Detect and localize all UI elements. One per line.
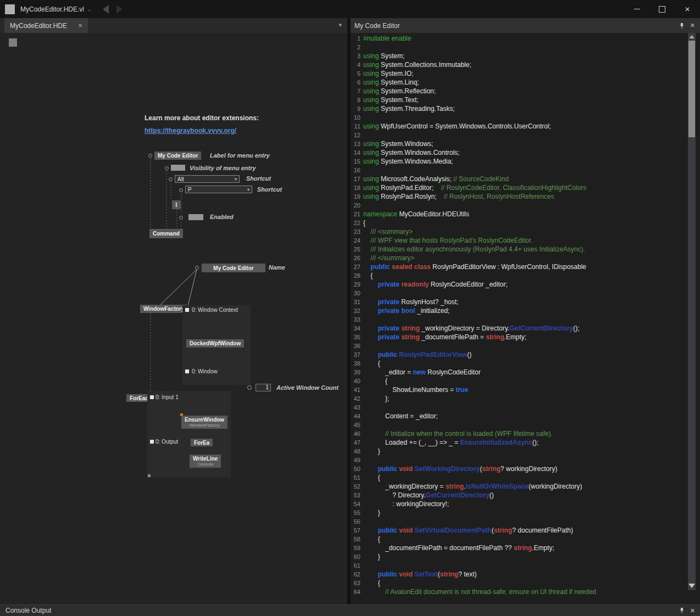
code-line[interactable]: 50 public void SetWorkingDirectory(strin… — [351, 464, 687, 473]
code-lines[interactable]: 1#nullable enable23using System;4using S… — [351, 34, 687, 596]
code-line[interactable]: 45 — [351, 421, 687, 429]
code-line[interactable]: 16 — [351, 166, 687, 175]
pin-icon[interactable] — [679, 23, 685, 29]
code-line[interactable]: 60 } — [351, 552, 687, 561]
code-line[interactable]: 43 — [351, 403, 687, 412]
iobox-visibility[interactable] — [171, 165, 185, 171]
code-line[interactable]: 52 _workingDirectory = string.IsNullOrWh… — [351, 482, 687, 491]
code-line[interactable]: 12 — [351, 131, 687, 139]
code-line[interactable]: 10 — [351, 113, 687, 122]
node-my-code-editor-menu[interactable]: My Code Editor — [154, 152, 201, 160]
help-link[interactable]: https://thegraybook.vvvv.org/ — [145, 127, 236, 135]
node-docked-wpf-window[interactable]: DockedWpfWindow — [186, 339, 244, 348]
code-line[interactable]: 46 // Initialize when the control is loa… — [351, 429, 687, 438]
pin[interactable] — [165, 166, 169, 170]
code-line[interactable]: 4using System.Collections.Immutable; — [351, 60, 687, 69]
code-line[interactable]: 42 }; — [351, 394, 687, 403]
code-editor-body[interactable]: 1#nullable enable23using System;4using S… — [351, 33, 700, 604]
code-line[interactable]: 53 ? Directory.GetCurrentDirectory() — [351, 491, 687, 500]
node-window-factory[interactable]: WindowFactory — [140, 305, 187, 313]
code-line[interactable]: 44 Content = _editor; — [351, 412, 687, 421]
title-dropdown-icon[interactable]: ⌄ — [87, 7, 92, 12]
tab-list-dropdown-icon[interactable]: ▾ — [338, 21, 342, 29]
tab-mycodeeditor[interactable]: MyCodeEditor.HDE ✕ — [4, 18, 88, 33]
code-line[interactable]: 55 } — [351, 508, 687, 517]
code-line[interactable]: 30 — [351, 289, 687, 298]
region-bottom-pin[interactable] — [148, 474, 151, 477]
code-line[interactable]: 57 public void SetVirtualDocumentPath(st… — [351, 526, 687, 535]
pin[interactable] — [179, 188, 183, 192]
code-line[interactable]: 36 — [351, 341, 687, 350]
console-output-bar[interactable]: Console Output ✕ — [0, 604, 700, 616]
code-line[interactable]: 33 — [351, 315, 687, 324]
code-line[interactable]: 56 — [351, 517, 687, 526]
code-line[interactable]: 6using System.Linq; — [351, 78, 687, 87]
code-line[interactable]: 8using System.Text; — [351, 96, 687, 104]
code-line[interactable]: 24 /// WPF view that hosts RoslynPad's R… — [351, 236, 687, 245]
code-line[interactable]: 13using System.Windows; — [351, 139, 687, 148]
code-line[interactable]: 54 : workingDirectory!; — [351, 500, 687, 508]
patch-canvas[interactable]: Learn more about editor extensions: http… — [0, 33, 347, 604]
code-line[interactable]: 27 public sealed class RoslynPadEditorVi… — [351, 262, 687, 271]
code-line[interactable]: 5using System.IO; — [351, 69, 687, 78]
close-button[interactable]: ✕ — [675, 0, 700, 18]
region-input-pin[interactable] — [185, 308, 189, 312]
code-line[interactable]: 41 ShowLineNumbers = true — [351, 385, 687, 394]
region-window-context[interactable]: 0: Window Context DockedWpfWindow 0: Win… — [182, 305, 251, 385]
pin[interactable] — [247, 385, 252, 390]
minimize-button[interactable] — [624, 0, 649, 18]
dropdown-p[interactable]: P ▾ — [185, 186, 252, 193]
code-line[interactable]: 61 — [351, 561, 687, 570]
patch-icon[interactable] — [9, 38, 17, 47]
pin[interactable] — [148, 154, 152, 158]
code-line[interactable]: 26 /// </summary> — [351, 254, 687, 262]
code-line[interactable]: 59 _documentFilePath = documentFilePath … — [351, 544, 687, 552]
region-foreach[interactable]: 0: Input 1 EnsureWindow WindowFactory 0:… — [147, 391, 231, 478]
code-line[interactable]: 34 private string _workingDirectory = Di… — [351, 324, 687, 333]
scroll-down-icon[interactable] — [688, 584, 695, 588]
panel-close-icon[interactable]: ✕ — [690, 23, 695, 29]
back-icon[interactable] — [103, 5, 109, 14]
code-line[interactable]: 64 // AvalonEdit document is not thread-… — [351, 587, 687, 596]
code-line[interactable]: 29 private readonly RoslynCodeEditor _ed… — [351, 280, 687, 289]
pin[interactable] — [195, 266, 199, 270]
tab-close-icon[interactable]: ✕ — [78, 23, 82, 29]
code-line[interactable]: 1#nullable enable — [351, 34, 687, 43]
code-line[interactable]: 22{ — [351, 219, 687, 227]
code-line[interactable]: 37 public RoslynPadEditorView() — [351, 350, 687, 359]
code-line[interactable]: 51 { — [351, 473, 687, 482]
code-line[interactable]: 49 — [351, 456, 687, 464]
code-line[interactable]: 17using Microsoft.CodeAnalysis; // Sourc… — [351, 175, 687, 183]
pin[interactable] — [169, 177, 173, 181]
code-line[interactable]: 20 — [351, 201, 687, 210]
pin-icon[interactable] — [679, 607, 685, 614]
panel-close-icon[interactable]: ✕ — [690, 608, 695, 614]
code-line[interactable]: 62 public void SetText(string? text) — [351, 570, 687, 579]
code-line[interactable]: 14using System.Windows.Controls; — [351, 148, 687, 157]
maximize-button[interactable] — [649, 0, 675, 18]
code-line[interactable]: 21namespace MyCodeEditor.HDEUtils — [351, 210, 687, 219]
code-line[interactable]: 32 private bool _initialized; — [351, 306, 687, 315]
code-line[interactable]: 47 Loaded += (_, __) => _ = EnsureInitia… — [351, 438, 687, 447]
node-command[interactable]: Command — [149, 229, 183, 238]
code-line[interactable]: 31 private RoslynHost? _host; — [351, 298, 687, 306]
code-line[interactable]: 63 { — [351, 579, 687, 587]
node-forea[interactable]: ForEa — [191, 439, 213, 446]
code-line[interactable]: 58 { — [351, 535, 687, 544]
code-line[interactable]: 25 /// Initializes editor asynchronously… — [351, 245, 687, 254]
code-line[interactable]: 19using RoslynPad.Roslyn; // RoslynHost,… — [351, 192, 687, 201]
code-line[interactable]: 23 /// <summary> — [351, 227, 687, 236]
region-input-pin[interactable] — [150, 395, 154, 399]
code-line[interactable]: 40 { — [351, 377, 687, 385]
code-line[interactable]: 11using WpfUserControl = System.Windows.… — [351, 122, 687, 131]
code-line[interactable]: 48 } — [351, 447, 687, 456]
code-line[interactable]: 18using RoslynPad.Editor; // RoslynCodeE… — [351, 183, 687, 192]
node-ensure-window[interactable]: EnsureWindow WindowFactory — [181, 416, 227, 429]
iobox-active-window-count[interactable]: 1 — [255, 384, 271, 391]
code-line[interactable]: 9using System.Threading.Tasks; — [351, 104, 687, 113]
iobox-enabled[interactable] — [188, 214, 203, 220]
dropdown-alt[interactable]: Alt ▾ — [175, 175, 240, 183]
pin[interactable] — [179, 216, 183, 220]
scrollbar-thumb[interactable] — [688, 41, 695, 137]
code-line[interactable]: 7using System.Reflection; — [351, 87, 687, 96]
